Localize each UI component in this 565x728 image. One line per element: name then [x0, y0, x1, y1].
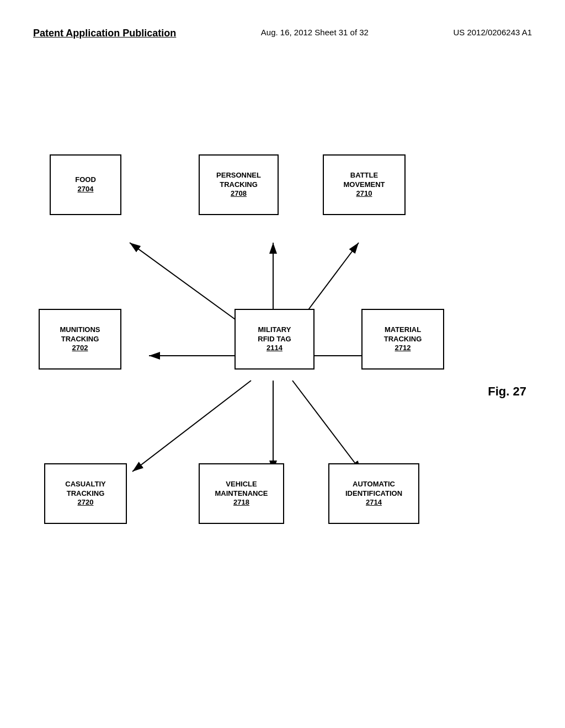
patent-number: US 2012/0206243 A1: [453, 28, 532, 37]
casualty-tracking-label: CASUALTIY: [65, 480, 105, 489]
material-tracking-label: MATERIAL: [384, 325, 422, 335]
food-label: FOOD: [75, 175, 96, 185]
vehicle-maintenance-label2: MAINTENANCE: [215, 489, 268, 499]
automatic-identification-label: AUTOMATIC: [345, 480, 402, 489]
munitions-tracking-number: 2702: [72, 344, 88, 352]
casualty-tracking-box: CASUALTIY TRACKING 2720: [44, 463, 127, 524]
munitions-tracking-label2: TRACKING: [60, 335, 100, 344]
personnel-tracking-number: 2708: [231, 189, 247, 197]
munitions-tracking-label: MUNITIONS: [60, 325, 100, 335]
battle-movement-label: BATTLE: [343, 171, 385, 180]
military-rfid-tag-label: MILITARY: [258, 325, 291, 335]
svg-line-2: [130, 243, 251, 331]
material-tracking-box: MATERIAL TRACKING 2712: [361, 309, 444, 370]
material-tracking-number: 2712: [395, 344, 411, 352]
battle-movement-box: BATTLE MOVEMENT 2710: [323, 154, 406, 215]
sheet-info: Aug. 16, 2012 Sheet 31 of 32: [261, 28, 369, 37]
military-rfid-tag-number: 2114: [266, 344, 282, 352]
svg-line-7: [132, 381, 251, 472]
battle-movement-label2: MOVEMENT: [343, 180, 385, 190]
munitions-tracking-box: MUNITIONS TRACKING 2702: [39, 309, 121, 370]
food-number: 2704: [78, 185, 94, 193]
vehicle-maintenance-number: 2718: [233, 498, 249, 506]
automatic-identification-box: AUTOMATIC IDENTIFICATION 2714: [328, 463, 419, 524]
military-rfid-tag-box: MILITARY RFID TAG 2114: [234, 309, 315, 370]
publication-label: Patent Application Publication: [33, 28, 176, 39]
food-box: FOOD 2704: [50, 154, 121, 215]
military-rfid-tag-label2: RFID TAG: [258, 335, 291, 344]
automatic-identification-label2: IDENTIFICATION: [345, 489, 402, 499]
material-tracking-label2: TRACKING: [384, 335, 422, 344]
personnel-tracking-label: PERSONNEL: [216, 171, 261, 180]
personnel-tracking-box: PERSONNEL TRACKING 2708: [199, 154, 279, 215]
casualty-tracking-label2: TRACKING: [65, 489, 105, 499]
automatic-identification-number: 2714: [366, 498, 382, 506]
personnel-tracking-label2: TRACKING: [216, 180, 261, 190]
vehicle-maintenance-box: VEHICLE MAINTENANCE 2718: [199, 463, 284, 524]
page-header: Patent Application Publication Aug. 16, …: [0, 28, 565, 39]
diagram-area: FOOD 2704 PERSONNEL TRACKING 2708 BATTLE…: [22, 77, 543, 706]
casualty-tracking-number: 2720: [78, 498, 94, 506]
battle-movement-number: 2710: [356, 189, 372, 197]
vehicle-maintenance-label: VEHICLE: [215, 480, 268, 489]
svg-line-9: [292, 381, 361, 472]
